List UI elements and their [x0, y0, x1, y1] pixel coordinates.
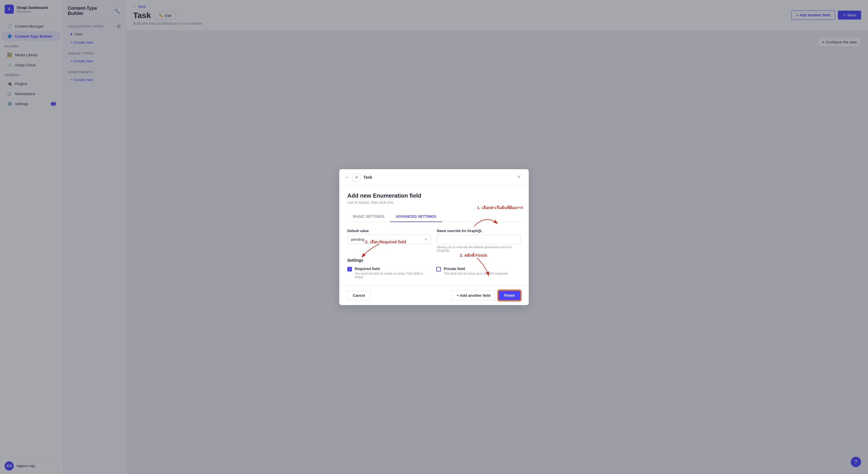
- default-value-label: Default value: [347, 229, 431, 233]
- graphql-col: Name override for GraphQL Allows you to …: [437, 229, 521, 252]
- annotation-step1: 1. เลือกค่าเริ่มต้นที่ต้องการ: [477, 205, 523, 211]
- modal-back-button[interactable]: ←: [345, 175, 350, 180]
- settings-section-title: Settings: [347, 258, 521, 263]
- required-field-label-group: Required field You won't be able to crea…: [355, 267, 432, 279]
- required-checkbox-row: ✓ Required field You won't be able to cr…: [347, 267, 432, 279]
- private-checkbox-row: Private field This field will not show u…: [436, 267, 521, 275]
- graphql-label: Name override for GraphQL: [437, 229, 521, 233]
- modal-close-button[interactable]: ×: [515, 173, 523, 181]
- finish-button[interactable]: Finish: [498, 290, 521, 300]
- settings-grid: ✓ Required field You won't be able to cr…: [347, 267, 521, 279]
- private-field-setting: Private field This field will not show u…: [436, 267, 521, 279]
- required-field-label: Required field: [355, 267, 432, 271]
- default-value-select[interactable]: pending in-progress done: [347, 235, 431, 244]
- settings-tabs: BASIC SETTINGS ADVANCED SETTINGS: [347, 211, 521, 222]
- modal-body: Add new Enumeration field List of values…: [339, 185, 529, 286]
- field-subtitle: List of values, then pick one: [347, 200, 521, 205]
- modal-title: Task: [363, 175, 372, 180]
- modal-header-left: ← ≡ Task: [345, 173, 372, 181]
- checkmark-icon: ✓: [348, 267, 351, 271]
- graphql-hint: Allows you to override the default gener…: [437, 245, 521, 252]
- graphql-input[interactable]: [437, 235, 521, 244]
- add-another-field-button[interactable]: + Add another field: [452, 290, 495, 300]
- form-row-default-graphql: Default value pending in-progress done N…: [347, 229, 521, 252]
- footer-right: + Add another field Finish: [452, 290, 521, 300]
- tab-basic-settings[interactable]: BASIC SETTINGS: [347, 211, 390, 222]
- private-field-hint: This field will not show up in the API r…: [444, 272, 508, 275]
- private-field-checkbox[interactable]: [436, 267, 441, 271]
- modal-header: ← ≡ Task ×: [339, 169, 529, 185]
- required-field-checkbox[interactable]: ✓: [347, 267, 352, 271]
- required-field-hint: You won't be able to create an entry if …: [355, 272, 432, 279]
- private-field-label: Private field: [444, 267, 508, 271]
- enumeration-field-modal: ← ≡ Task × Add new Enumeration field Lis…: [339, 169, 529, 305]
- modal-overlay: ← ≡ Task × Add new Enumeration field Lis…: [0, 0, 868, 474]
- required-field-setting: ✓ Required field You won't be able to cr…: [347, 267, 432, 279]
- default-value-col: Default value pending in-progress done: [347, 229, 431, 252]
- modal-footer: Cancel + Add another field Finish 3.: [339, 286, 529, 305]
- private-field-label-group: Private field This field will not show u…: [444, 267, 508, 275]
- tab-advanced-settings[interactable]: ADVANCED SETTINGS: [390, 211, 442, 222]
- cancel-button[interactable]: Cancel: [347, 291, 371, 300]
- modal-list-icon: ≡: [352, 173, 361, 181]
- field-title: Add new Enumeration field: [347, 192, 521, 199]
